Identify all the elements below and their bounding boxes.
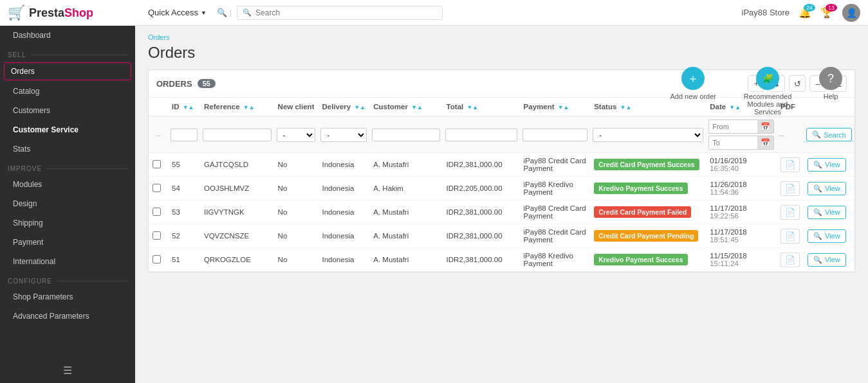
sidebar-item-modules[interactable]: Modules [0, 175, 135, 194]
filter-from-calendar-button[interactable]: 📅 [757, 120, 773, 133]
row-54-doc-button[interactable]: 📄 [780, 181, 800, 196]
row-54-doc: 📄 [777, 177, 804, 200]
row-51-date: 11/15/201815:11:24 [706, 248, 777, 272]
recommended-modules-button[interactable]: 🧩 Recommended Modules and Services [735, 67, 800, 116]
filter-payment-input[interactable] [522, 129, 588, 141]
topbar-search-box[interactable]: 🔍 [237, 6, 443, 20]
help-button[interactable]: ? Help [819, 67, 842, 100]
design-label: Design [13, 199, 37, 208]
row-55-total: IDR2,381,000.00 [443, 153, 520, 177]
delivery-sort-arrows: ▼▲ [354, 104, 365, 111]
filter-delivery-select[interactable]: - [320, 128, 367, 142]
row-54-checkbox[interactable] [152, 184, 161, 192]
row-52-delivery: Indonesia [318, 224, 369, 248]
sidebar-item-shop-parameters[interactable]: Shop Parameters [0, 287, 135, 307]
view-icon: 🔍 [813, 161, 822, 169]
filter-date-inputs: 📅 📅 [708, 120, 774, 150]
filter-to-input[interactable] [709, 137, 757, 148]
col-payment[interactable]: Payment ▼▲ [520, 98, 591, 116]
sidebar-item-customers[interactable]: Customers [0, 101, 135, 120]
row-52-payment: iPay88 Credit Card Payment [520, 224, 591, 248]
row-53-status-badge: Credit Card Payment Failed [594, 206, 691, 218]
col-total[interactable]: Total ▼▲ [443, 98, 520, 116]
col-reference[interactable]: Reference ▼▲ [200, 98, 274, 116]
sidebar-item-orders[interactable]: Orders [4, 62, 131, 80]
row-51-view-button[interactable]: 🔍 View [808, 253, 846, 267]
row-52-id: 52 [168, 224, 200, 248]
sidebar-toggle-button[interactable]: ☰ [0, 358, 135, 383]
filter-search-icon: 🔍 [812, 130, 821, 139]
row-52-total: IDR2,381,000.00 [443, 224, 520, 248]
filter-new-client-select[interactable]: - Yes No [277, 128, 316, 142]
row-51-status-badge: Kredivo Payment Success [594, 254, 687, 265]
international-label: International [13, 257, 55, 266]
notifications-button[interactable]: 🔔 24 [799, 6, 811, 19]
row-53-view-button[interactable]: 🔍 View [808, 206, 846, 219]
row-54-view: 🔍 View [804, 177, 854, 200]
col-customer[interactable]: Customer ▼▲ [369, 98, 442, 116]
sidebar-item-advanced-parameters[interactable]: Advanced Parameters [0, 307, 135, 326]
row-52-customer: A. Mustafri [369, 224, 442, 248]
filter-search-button[interactable]: 🔍 Search [806, 128, 852, 141]
puzzle-icon: 🧩 [756, 67, 779, 90]
filter-customer-input[interactable] [372, 129, 439, 141]
quick-access-button[interactable]: Quick Access ▼ [143, 5, 212, 20]
customers-label: Customers [13, 106, 50, 115]
row-51-delivery: Indonesia [318, 248, 369, 272]
filter-search-cell: 🔍 Search [804, 116, 854, 153]
row-54-date: 11/26/201811:54:36 [706, 177, 777, 200]
sidebar-item-design[interactable]: Design [0, 194, 135, 213]
row-53-reference: IIGVYTNGK [200, 200, 274, 224]
row-51-checkbox-cell [149, 248, 168, 272]
row-51-id: 51 [168, 248, 200, 272]
row-52-doc: 📄 [777, 224, 804, 248]
table-row: 52 VQVZCNSZE No Indonesia A. Mustafri ID… [149, 224, 854, 248]
row-55-checkbox[interactable] [152, 160, 161, 168]
sidebar-item-international[interactable]: International [0, 252, 135, 271]
col-id[interactable]: ID ▼▲ [168, 98, 200, 116]
add-new-order-button[interactable]: ＋ Add new order [670, 67, 716, 100]
page-title: Orders [148, 44, 855, 62]
row-54-view-button[interactable]: 🔍 View [808, 182, 846, 195]
filter-reference-input[interactable] [203, 129, 272, 141]
sidebar-section-sell: SELL [0, 45, 135, 61]
content-relative: Orders Orders ＋ Add new order 🧩 Recommen… [148, 33, 855, 62]
topbar-search-input[interactable] [255, 8, 437, 17]
row-52-new-client: No [274, 224, 319, 248]
row-53-checkbox[interactable] [152, 208, 161, 216]
row-55-doc-button[interactable]: 📄 [780, 157, 800, 172]
row-55-payment: iPay88 Credit Card Payment [520, 153, 591, 177]
filter-to-calendar-button[interactable]: 📅 [757, 136, 773, 149]
points-button[interactable]: 🏆 13 [820, 6, 833, 19]
breadcrumb-orders-link[interactable]: Orders [148, 33, 170, 41]
col-delivery[interactable]: Delivery ▼▲ [318, 98, 369, 116]
filter-total-input[interactable] [445, 129, 517, 141]
view-icon: 🔍 [813, 256, 822, 264]
filter-from-input[interactable] [709, 121, 757, 132]
topbar-right: iPay88 Store 🔔 24 🏆 13 👤 [742, 4, 860, 22]
row-53-doc: 📄 [777, 200, 804, 224]
row-51-doc-button[interactable]: 📄 [780, 253, 800, 267]
row-51-checkbox[interactable] [152, 255, 161, 263]
filter-id-input[interactable] [171, 129, 198, 141]
logo: 🛒 PrestaShop [0, 0, 135, 26]
notifications-count: 24 [804, 4, 815, 12]
table-row: 55 GAJTCQSLD No Indonesia A. Mustafri ID… [149, 153, 854, 177]
row-55-id: 55 [168, 153, 200, 177]
sidebar-item-stats[interactable]: Stats [0, 139, 135, 159]
row-52-view-button[interactable]: 🔍 View [808, 229, 846, 243]
filter-total-cell [443, 116, 520, 153]
row-52-doc-button[interactable]: 📄 [780, 229, 800, 244]
sidebar-item-shipping[interactable]: Shipping [0, 213, 135, 233]
user-avatar-button[interactable]: 👤 [842, 4, 860, 22]
sidebar-item-customer-service[interactable]: Customer Service [0, 120, 135, 139]
row-53-doc-button[interactable]: 📄 [780, 205, 800, 220]
sidebar-item-catalog[interactable]: Catalog [0, 82, 135, 101]
row-52-checkbox[interactable] [152, 231, 161, 240]
orders-label: Orders [11, 67, 35, 76]
filter-status-select[interactable]: - [593, 128, 703, 142]
row-55-view-button[interactable]: 🔍 View [808, 158, 846, 172]
sidebar-item-payment[interactable]: Payment [0, 233, 135, 252]
filter-pdf-cell: -- [777, 116, 804, 153]
sidebar-item-dashboard[interactable]: Dashboard [0, 26, 135, 45]
